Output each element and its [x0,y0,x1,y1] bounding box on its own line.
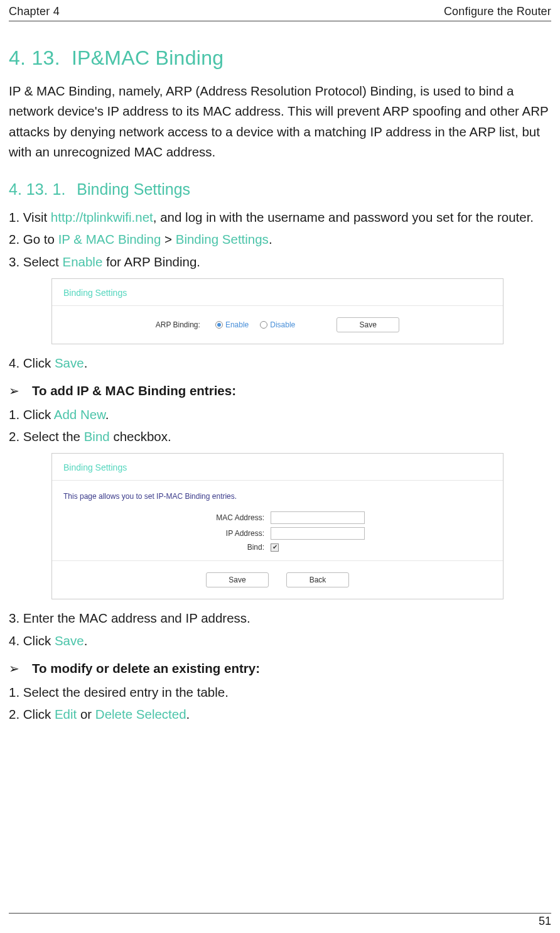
subheading-modify-delete: ➢ To modify or delete an existing entry: [9,661,551,676]
bind-label: Bind: [63,543,271,552]
heading-2-title: Binding Settings [77,180,190,198]
ip-address-input[interactable] [271,527,365,540]
intro-paragraph: IP & MAC Binding, namely, ARP (Address R… [9,81,551,163]
modify-step-2: 2. Click Edit or Delete Selected. [9,704,551,724]
ip-address-label: IP Address: [63,529,271,538]
step-3: 3. Select Enable for ARP Binding. [9,252,551,272]
arrow-icon: ➢ [9,661,19,676]
link-save: Save [55,356,84,370]
modify-step-1: 1. Select the desired entry in the table… [9,682,551,702]
arp-binding-label: ARP Binding: [156,320,204,329]
step-4: 4. Click Save. [9,353,551,373]
chapter-label: Chapter 4 [9,5,60,18]
link-tplinkwifi[interactable]: http://tplinkwifi.net [51,210,153,224]
arrow-icon: ➢ [9,383,19,398]
heading-1-number: 4. 13. [9,46,60,69]
add-step-4: 4. Click Save. [9,631,551,651]
page-header: Chapter 4 Configure the Router [9,5,551,21]
panel1-title: Binding Settings [52,279,503,306]
subheading-add-entries: ➢ To add IP & MAC Binding entries: [9,383,551,398]
step-2: 2. Go to IP & MAC Binding > Binding Sett… [9,229,551,249]
link-delete-selected: Delete Selected [95,707,186,721]
radio-disable[interactable]: Disable [260,320,295,329]
link-bind: Bind [84,429,110,444]
radio-dot-icon [260,321,267,329]
radio-dot-icon [215,321,223,329]
add-step-2: 2. Select the Bind checkbox. [9,427,551,447]
panel2-title: Binding Settings [52,454,503,481]
heading-1-title: IP&MAC Binding [72,46,224,69]
heading-1: 4. 13.IP&MAC Binding [9,46,551,70]
add-step-3: 3. Enter the MAC address and IP address. [9,608,551,628]
add-step-1: 1. Click Add New. [9,405,551,425]
back-button[interactable]: Back [286,572,349,587]
link-enable: Enable [62,254,102,269]
step-1: 1. Visit http://tplinkwifi.net, and log … [9,207,551,227]
panel2-description: This page allows you to set IP-MAC Bindi… [52,481,503,506]
link-add-new: Add New [54,407,105,422]
save-button[interactable]: Save [337,317,399,332]
save-button[interactable]: Save [206,572,269,587]
section-label: Configure the Router [444,5,551,18]
link-save: Save [55,633,84,648]
radio-enable[interactable]: Enable [215,320,249,329]
link-edit: Edit [55,707,77,721]
link-ip-mac-binding: IP & MAC Binding [58,232,161,246]
mac-address-label: MAC Address: [63,513,271,522]
mac-address-input[interactable] [271,511,365,524]
screenshot-binding-settings-enable: Binding Settings ARP Binding: Enable Dis… [51,278,503,344]
page-number: 51 [9,913,551,928]
heading-2: 4. 13. 1.Binding Settings [9,180,551,199]
bind-checkbox[interactable]: ✔ [271,543,279,552]
screenshot-binding-settings-form: Binding Settings This page allows you to… [51,453,503,599]
link-binding-settings: Binding Settings [176,232,269,246]
heading-2-number: 4. 13. 1. [9,180,65,198]
